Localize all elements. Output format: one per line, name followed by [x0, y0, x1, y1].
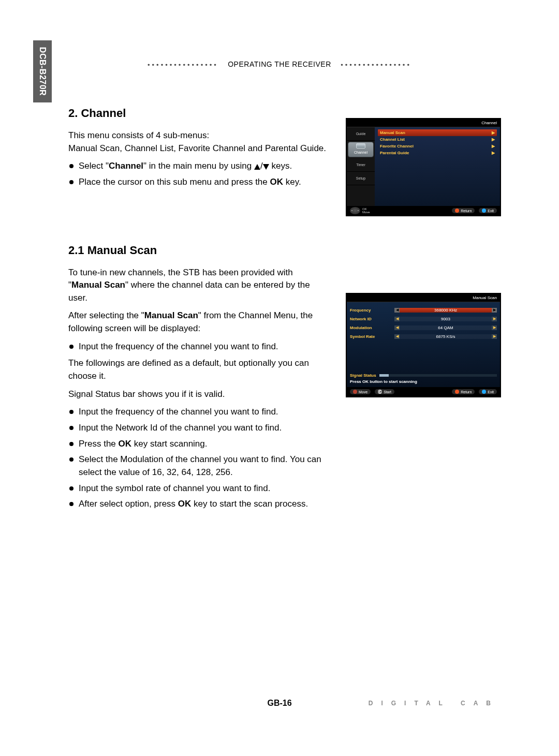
section-2-1-b5: Select the Modulation of the channel you…	[68, 453, 327, 479]
return-icon	[455, 209, 459, 213]
section-2-title: 2. Channel	[68, 107, 327, 120]
section-2-1-title: 2.1 Manual Scan	[68, 244, 327, 257]
shot1-return-pill[interactable]: Return	[452, 208, 475, 213]
section-2-1-p4: Signal Status bar shows you if it is val…	[68, 388, 327, 401]
shot2-row-symbol-rate[interactable]: Symbol Rate ◀6875 KS/s▶	[350, 333, 497, 340]
header-dots-left: ••••••••••••••••	[148, 61, 218, 69]
ok-icon: OK	[378, 390, 382, 394]
section-2-1-bullets-b: Input the frequency of the channel you w…	[68, 406, 327, 510]
chevron-left-icon[interactable]: ◀	[394, 317, 400, 321]
shot1-tab-timer[interactable]: Timer	[347, 158, 375, 172]
shot1-menu-list: Manual Scan▶ Channel List▶ Favorite Chan…	[375, 127, 500, 206]
move-icon	[353, 390, 357, 394]
shot1-tab-channel[interactable]: Channel	[348, 142, 374, 157]
shot2-row-frequency[interactable]: Frequency ◀368000 KHz▶	[350, 306, 497, 314]
shot2-signal-status: Signal Status	[350, 373, 497, 378]
brand-watermark: DIGITAL CAB	[369, 700, 499, 707]
section-2-bullets: Select "Channel" in the main menu by usi…	[68, 160, 327, 188]
section-2-intro: This menu consists of 4 sub-menus: Manua…	[68, 129, 327, 155]
chevron-right-icon: ▶	[492, 151, 495, 155]
shot1-exit-pill[interactable]: Exit	[479, 208, 497, 213]
section-2-1-b7: After select option, press OK key to sta…	[68, 498, 327, 511]
screenshot-manual-scan: Manual Scan Frequency ◀368000 KHz▶ Netwo…	[346, 293, 501, 397]
section-2-1-b3: Input the Network Id of the channel you …	[68, 422, 327, 435]
model-side-tab: DCB-B270R	[33, 40, 52, 102]
shot1-item-manual-scan[interactable]: Manual Scan▶	[378, 129, 497, 136]
exit-icon	[482, 209, 486, 213]
shot2-move-pill[interactable]: Move	[350, 389, 371, 394]
shot2-row-network-id[interactable]: Network ID ◀9003▶	[350, 315, 497, 322]
section-2-1-b1: Input the frequency of the channel you w…	[68, 340, 327, 353]
chevron-right-icon[interactable]: ▶	[492, 334, 497, 339]
section-2-1-bullets-a: Input the frequency of the channel you w…	[68, 340, 327, 353]
nav-pad-icon	[350, 207, 360, 214]
model-label: DCB-B270R	[38, 47, 47, 96]
shot1-tab-guide[interactable]: Guide	[347, 127, 375, 141]
section-2: 2. Channel This menu consists of 4 sub-m…	[68, 107, 327, 189]
section-2-1-p1: To tune-in new channels, the STB has bee…	[68, 266, 327, 305]
screenshot-channel-menu: Channel Guide Channel Timer Setup Manual…	[346, 118, 501, 216]
shot2-start-pill[interactable]: OKStart	[375, 389, 394, 394]
shot2-title: Manual Scan	[347, 294, 500, 302]
section-2-1-b4: Press the OK key start scanning.	[68, 438, 327, 451]
chevron-left-icon[interactable]: ◀	[394, 325, 400, 330]
shot1-item-favorite-channel[interactable]: Favorite Channel▶	[378, 143, 497, 150]
chevron-right-icon: ▶	[492, 144, 495, 149]
section-2-1-p2: After selecting the "Manual Scan" from t…	[68, 309, 327, 335]
section-2-1-b2: Input the frequency of the channel you w…	[68, 406, 327, 419]
channel-tab-icon	[356, 143, 365, 149]
header-dots-right: ••••••••••••••••	[341, 61, 411, 69]
up-arrow-icon	[254, 164, 260, 170]
shot1-item-channel-list[interactable]: Channel List▶	[378, 136, 497, 143]
chevron-right-icon: ▶	[492, 137, 495, 142]
shot1-footer: OKMove Return Exit	[347, 206, 500, 215]
exit-icon	[482, 390, 486, 394]
shot1-side-tabs: Guide Channel Timer Setup	[347, 127, 375, 206]
signal-bar	[379, 374, 497, 377]
section-2-bullet-2: Place the cursor on this sub menu and pr…	[68, 176, 327, 189]
shot1-title: Channel	[347, 119, 500, 127]
shot2-hint: Press OK button to start scanning	[350, 379, 497, 384]
section-2-1: 2.1 Manual Scan To tune-in new channels,…	[68, 244, 327, 511]
chevron-left-icon[interactable]: ◀	[394, 308, 400, 313]
shot1-item-parental-guide[interactable]: Parental Guide▶	[378, 150, 497, 156]
section-2-1-b6: Input the symbol rate of channel you wan…	[68, 482, 327, 495]
chevron-right-icon[interactable]: ▶	[492, 317, 497, 321]
down-arrow-icon	[263, 164, 269, 170]
return-icon	[455, 390, 459, 394]
chevron-right-icon: ▶	[492, 130, 495, 135]
manual-page: DCB-B270R •••••••••••••••• OPERATING THE…	[29, 29, 530, 727]
header-title: OPERATING THE RECEIVER	[228, 60, 331, 68]
section-2-bullet-1: Select "Channel" in the main menu by usi…	[68, 160, 327, 173]
chevron-right-icon[interactable]: ▶	[492, 325, 497, 330]
shot2-exit-pill[interactable]: Exit	[479, 389, 497, 394]
shot2-footer: Move OKStart Return Exit	[347, 387, 500, 396]
chevron-left-icon[interactable]: ◀	[394, 334, 400, 339]
section-2-1-p3: The followings are defined as a default,…	[68, 357, 327, 382]
chevron-right-icon[interactable]: ▶	[492, 308, 497, 313]
page-number: GB-16	[267, 699, 291, 708]
shot1-nav-hint: OKMove	[350, 207, 370, 214]
shot2-row-modulation[interactable]: Modulation ◀64 QAM▶	[350, 324, 497, 331]
content-area: 2. Channel This menu consists of 4 sub-m…	[68, 107, 501, 680]
page-header: •••••••••••••••• OPERATING THE RECEIVER …	[29, 60, 530, 69]
shot2-return-pill[interactable]: Return	[452, 389, 475, 394]
shot1-tab-setup[interactable]: Setup	[347, 172, 375, 185]
